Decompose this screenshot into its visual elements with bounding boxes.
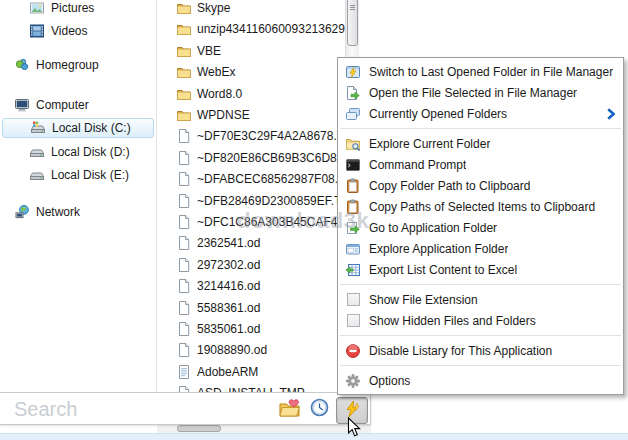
- menu-item-explore-application-folder[interactable]: Explore Application Folder: [338, 238, 623, 259]
- file-list: Skypeunzip4341160600932136290sVBEWebExWo…: [157, 0, 345, 392]
- checkbox-unchecked[interactable]: [345, 313, 361, 329]
- favorites-button[interactable]: [278, 398, 302, 420]
- menu-item-show-hidden-files-and-folders[interactable]: Show Hidden Files and Folders: [338, 310, 623, 331]
- menu-item-switch-to-last-opened-folder-in-file-manag[interactable]: Switch to Last Opened Folder in File Man…: [338, 61, 623, 82]
- file-name: 5835061.od: [197, 322, 260, 336]
- file-row-unzip4341160600932136290s[interactable]: unzip4341160600932136290s: [157, 19, 345, 39]
- file-icon: [176, 235, 192, 251]
- menu-item-copy-paths-of-selected-items-to-clipboard[interactable]: Copy Paths of Selected Items to Clipboar…: [338, 196, 623, 217]
- open-file-icon: [345, 85, 361, 101]
- sidebar-item-local-disk-d[interactable]: Local Disk (D:): [0, 142, 156, 162]
- file-row-df820e86cb69b3c6d8-t[interactable]: ~DF820E86CB69B3C6D8.T: [157, 148, 345, 168]
- history-button[interactable]: [309, 399, 329, 419]
- listary-context-menu: Switch to Last Opened Folder in File Man…: [337, 57, 624, 395]
- network-icon: [14, 204, 30, 220]
- file-row-dfb28469d2300859ef-tm[interactable]: ~DFB28469D2300859EF.TM: [157, 191, 345, 211]
- file-row-5588361-od[interactable]: 5588361.od: [157, 298, 345, 318]
- sidebar-item-homegroup[interactable]: Homegroup: [0, 55, 156, 75]
- folder-icon: [176, 86, 192, 102]
- listary-search-toolbar: [0, 392, 371, 425]
- file-name: ~DFABCEC68562987F08.T: [197, 172, 345, 186]
- menu-item-options[interactable]: Options: [338, 370, 623, 391]
- command-prompt-icon: [345, 157, 361, 173]
- file-name: ~DFB28469D2300859EF.TM: [197, 194, 345, 208]
- pictures-icon: [29, 0, 45, 16]
- menu-item-go-to-application-folder[interactable]: Go to Application Folder: [338, 217, 623, 238]
- sidebar-item-label: Local Disk (C:): [52, 121, 131, 135]
- file-row-skype[interactable]: Skype: [157, 0, 345, 18]
- sidebar-item-videos[interactable]: Videos: [0, 21, 156, 41]
- file-name: VBE: [197, 44, 221, 58]
- horizontal-scrollbar[interactable]: [157, 425, 371, 433]
- search-input[interactable]: [12, 395, 271, 424]
- file-row-adobearm[interactable]: AdobeARM: [157, 362, 345, 382]
- file-icon: [176, 214, 192, 230]
- menu-separator: [338, 280, 623, 289]
- menu-item-open-the-file-selected-in-file-manager[interactable]: Open the File Selected in File Manager: [338, 82, 623, 103]
- folder-icon: [176, 64, 192, 80]
- file-row-word8-0[interactable]: Word8.0: [157, 84, 345, 104]
- file-row-webex[interactable]: WebEx: [157, 62, 345, 82]
- file-icon: [176, 150, 192, 166]
- menu-item-command-prompt[interactable]: Command Prompt: [338, 154, 623, 175]
- explore-app-icon: [345, 241, 361, 257]
- file-row-2362541-od[interactable]: 2362541.od: [157, 233, 345, 253]
- checkbox-unchecked[interactable]: [345, 292, 361, 308]
- sidebar-item-label: Homegroup: [36, 58, 99, 72]
- sidebar-item-label: Pictures: [51, 1, 94, 15]
- clipboard-icon: [345, 199, 361, 215]
- file-icon: [176, 321, 192, 337]
- file-icon: [176, 385, 192, 392]
- actions-button[interactable]: [336, 397, 368, 424]
- file-name: WPDNSE: [197, 108, 250, 122]
- menu-item-show-file-extension[interactable]: Show File Extension: [338, 289, 623, 310]
- sidebar-item-local-disk-c[interactable]: Local Disk (C:): [2, 118, 154, 138]
- menu-item-copy-folder-path-to-clipboard[interactable]: Copy Folder Path to Clipboard: [338, 175, 623, 196]
- file-row-2972302-od[interactable]: 2972302.od: [157, 255, 345, 275]
- drive-c-icon: [30, 120, 46, 136]
- file-row-3214416-od[interactable]: 3214416.od: [157, 276, 345, 296]
- videos-icon: [29, 23, 45, 39]
- menu-item-label: Explore Application Folder: [369, 242, 508, 256]
- file-name: 2972302.od: [197, 258, 260, 272]
- sidebar-item-computer[interactable]: Computer: [0, 95, 156, 115]
- lightning-icon: [343, 400, 361, 421]
- file-row-dfabcec68562987f08-t[interactable]: ~DFABCEC68562987F08.T: [157, 169, 345, 189]
- file-row-asd-install-tmp[interactable]: ASD_INSTALL.TMP: [157, 383, 345, 392]
- lightning-window-icon: [345, 64, 361, 80]
- menu-item-label: Disable Listary for This Application: [369, 344, 552, 358]
- sidebar-item-pictures[interactable]: Pictures: [0, 0, 156, 18]
- file-icon: [176, 171, 192, 187]
- menu-item-label: Currently Opened Folders: [369, 107, 507, 121]
- folder-icon: [176, 107, 192, 123]
- menu-item-label: Copy Folder Path to Clipboard: [369, 179, 530, 193]
- sidebar-item-network[interactable]: Network: [0, 202, 156, 222]
- menu-item-label: Open the File Selected in File Manager: [369, 86, 577, 100]
- file-row-19088890-od[interactable]: 19088890.od: [157, 340, 345, 360]
- file-row-wpdnse[interactable]: WPDNSE: [157, 105, 345, 125]
- disable-icon: [345, 343, 361, 359]
- menu-item-currently-opened-folders[interactable]: Currently Opened Folders: [338, 103, 623, 124]
- menu-item-label: Go to Application Folder: [369, 221, 497, 235]
- file-icon: [176, 300, 192, 316]
- file-name: 19088890.od: [197, 343, 267, 357]
- drive-icon: [29, 144, 45, 160]
- menu-item-export-list-content-to-excel[interactable]: Export List Content to Excel: [338, 259, 623, 280]
- homegroup-icon: [14, 57, 30, 73]
- menu-item-explore-current-folder[interactable]: Explore Current Folder: [338, 133, 623, 154]
- menu-item-label: Switch to Last Opened Folder in File Man…: [369, 65, 613, 79]
- horizontal-scrollbar-thumb[interactable]: [177, 425, 221, 432]
- vertical-scrollbar-thumb[interactable]: [347, 0, 358, 46]
- file-row-vbe[interactable]: VBE: [157, 41, 345, 61]
- file-row-5835061-od[interactable]: 5835061.od: [157, 319, 345, 339]
- file-row-dfc1c86a303b45caf4-t[interactable]: ~DFC1C86A303B45CAF4.T: [157, 212, 345, 232]
- menu-item-label: Show File Extension: [369, 293, 478, 307]
- sidebar-item-local-disk-e[interactable]: Local Disk (E:): [0, 165, 156, 185]
- menu-item-disable-listary-for-this-application[interactable]: Disable Listary for This Application: [338, 340, 623, 361]
- status-bar: [0, 433, 628, 440]
- file-icon: [176, 193, 192, 209]
- file-name: ~DF70E3C29F4A2A8678.TM: [197, 129, 345, 143]
- folder-icon: [176, 43, 192, 59]
- file-row-df70e3c29f4a2a8678-tm[interactable]: ~DF70E3C29F4A2A8678.TM: [157, 126, 345, 146]
- menu-item-label: Options: [369, 374, 410, 388]
